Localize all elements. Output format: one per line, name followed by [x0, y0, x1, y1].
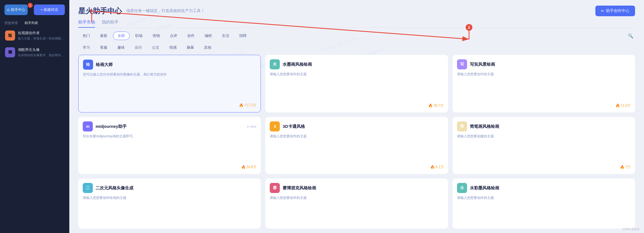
card-top: 简 简笔画风格绘画	[457, 121, 631, 131]
page-subtitle: 场景任务一键搞定，打造高效的生产力工具！	[126, 8, 595, 13]
flame-icon: 🔥	[428, 103, 433, 108]
sidebar-tab-history[interactable]: 历史对话	[4, 21, 18, 25]
creation-center-label: 助手创作中心	[606, 8, 629, 13]
card-sketch-painting[interactable]: 简 简笔画风格绘画 请输入您想要创建的主题 🔥 7万	[453, 117, 635, 174]
card-desc: 请输入您想要创作的主题	[270, 134, 443, 163]
card-avatar: m	[83, 121, 93, 131]
creation-center-button[interactable]: ✏ 助手创作中心	[595, 6, 635, 16]
headset-icon: ⊙	[7, 8, 10, 12]
card-name: 简笔画风格绘画	[470, 124, 631, 129]
card-top: 绘 绘画大师	[83, 60, 256, 70]
search-button[interactable]: 🔍	[626, 31, 635, 40]
cool-boy-avatar: 潮	[5, 47, 15, 57]
filter-coding[interactable]: 编程	[200, 32, 216, 40]
filter-row: 热门 最新 全部 职场 营销 点评 创作 编程 生活 招聘 🔍	[69, 28, 644, 44]
card-desc: 请输入您想要创建的主题	[457, 134, 631, 163]
filter-create[interactable]: 创作	[183, 32, 199, 40]
card-footer: 🔥 717.1万	[83, 103, 256, 108]
card-desc: 请输入您想要创作的主题	[457, 195, 631, 224]
filter-official[interactable]: 公文	[148, 44, 164, 51]
sidebar-section-labels: 历史对话 助手列表	[0, 20, 69, 28]
count-value: 7万	[625, 165, 631, 170]
count-value: 38.7万	[434, 103, 443, 108]
search-button-wrap: 🔍	[626, 31, 635, 40]
card-avatar: 水	[270, 59, 280, 69]
card-count: 🔥 717.1万	[239, 103, 256, 108]
count-value: 10.8万	[247, 165, 256, 170]
page-title: 星火助手中心	[78, 6, 122, 16]
filter-all[interactable]: 全部	[113, 32, 130, 40]
card-desc: 请输入您想要创作的主题	[270, 195, 443, 224]
card-top: 二 二次元风格头像生成	[83, 183, 256, 193]
card-top: 赛 赛博朋克风格绘画	[270, 183, 443, 193]
card-avatar: 绘	[83, 60, 93, 70]
card-count: 🔥 38.7万	[428, 103, 443, 108]
card-ink-painting[interactable]: 水 水墨画风格绘画 请输入您想要创作的主题 🔥 38.7万	[265, 55, 448, 112]
card-name: 水彩墨风格绘画	[470, 185, 631, 191]
filter-life[interactable]: 生活	[217, 32, 234, 40]
count-value: 8.1万	[435, 165, 444, 170]
filter-service[interactable]: 客服	[96, 44, 112, 51]
card-footer: 🔥 11.6万	[457, 103, 631, 108]
new-chat-button[interactable]: + 新建对话	[34, 4, 65, 15]
card-name: 3D卡通风格	[283, 124, 443, 129]
cool-boy-title: 潮酷男生头像	[18, 47, 64, 52]
sidebar-tab-assistants[interactable]: 助手列表	[25, 21, 38, 25]
filter-latest[interactable]: 最新	[96, 32, 112, 40]
card-desc: 请输入您想要创作绘画的主题	[83, 195, 256, 224]
card-footer: 🔥 10.8万	[83, 165, 256, 170]
flame-icon: 🔥	[239, 103, 243, 107]
flame-icon: 🔥	[620, 165, 624, 169]
tabs-row: 助手市场 我的助手	[69, 16, 644, 28]
filter-tags-row1: 热门 最新 全部 职场 营销 点评 创作 编程 生活 招聘	[78, 32, 625, 40]
sidebar-list: 短 短视频创作者 输入主题，快速生成一份短视频脚本 潮 潮酷男生头像 告诉我你的…	[0, 28, 69, 229]
card-name: 水墨画风格绘画	[283, 62, 443, 67]
assistant-center-button[interactable]: ⊙ 助手中心	[4, 4, 28, 15]
count-value: 717.1万	[244, 103, 256, 108]
card-name: 二次元风格头像生成	[96, 185, 256, 191]
main-header: 星火助手中心 场景任务一键搞定，打造高效的生产力工具！ ✏ 助手创作中心	[69, 0, 644, 16]
tab-mine[interactable]: 我的助手	[102, 20, 119, 28]
filter-fun[interactable]: 趣味	[113, 44, 129, 51]
card-count: 🔥 11.6万	[615, 103, 631, 108]
cool-boy-desc: 告诉我你的头像要求，我会帮你画一	[18, 53, 64, 57]
sidebar-top-buttons: ⊙ 助手中心 1 + 新建对话	[0, 4, 69, 20]
filter-tags-row2: 学习 客服 趣味 出行 公文 情感 脑暴 其他	[78, 44, 635, 51]
filter-emotion[interactable]: 情感	[165, 44, 181, 51]
sidebar-item-cool-boy[interactable]: 潮 潮酷男生头像 告诉我你的头像要求，我会帮你画一	[2, 44, 67, 60]
filter-learn[interactable]: 学习	[78, 44, 94, 51]
sidebar-item-short-video[interactable]: 短 短视频创作者 输入主题，快速生成一份短视频脚本	[2, 28, 67, 43]
card-midjourney[interactable]: m midjourney助手 ⊙ zhce 写出你要midjourney画的主题…	[78, 117, 261, 174]
card-avatar: 简	[457, 121, 467, 131]
card-top: 写 写实风景绘画	[457, 59, 631, 69]
card-footer: 🔥 8.1万	[270, 165, 443, 170]
card-avatar: 水	[457, 183, 467, 193]
card-count: 🔥 7万	[620, 165, 631, 170]
tab-market[interactable]: 助手市场	[78, 20, 95, 28]
filter-other[interactable]: 其他	[200, 44, 216, 51]
card-3d-cartoon[interactable]: 3 3D卡通风格 请输入您想要创作的主题 🔥 8.1万	[265, 117, 448, 174]
card-name: 写实风景绘画	[470, 62, 631, 67]
filter-brainstorm[interactable]: 脑暴	[182, 44, 198, 51]
pencil-icon: ✏	[601, 9, 604, 13]
filter-recruit[interactable]: 招聘	[235, 32, 251, 40]
flame-icon: 🔥	[615, 103, 620, 108]
filter-marketing[interactable]: 营销	[148, 32, 164, 40]
card-watercolor-painting[interactable]: 水 水彩墨风格绘画 请输入您想要创作的主题	[453, 178, 635, 229]
filter-travel[interactable]: 出行	[130, 44, 146, 51]
card-top: 3 3D卡通风格	[270, 121, 443, 131]
card-draw-master[interactable]: 绘 绘画大师 您可以输入您任何想要创作图像的主题，我们将为您创作 🔥 717.1…	[78, 55, 261, 112]
filter-row2: 学习 客服 趣味 出行 公文 情感 脑暴 其他	[69, 44, 644, 55]
filter-review[interactable]: 点评	[165, 32, 182, 40]
card-avatar: 写	[457, 59, 467, 69]
card-realism-painting[interactable]: 写 写实风景绘画 请输入您想要创作的主题 🔥 11.6万	[453, 55, 635, 112]
filter-hot[interactable]: 热门	[78, 32, 94, 40]
filter-job[interactable]: 职场	[131, 32, 147, 40]
card-name: 绘画大师	[96, 62, 256, 67]
card-top: 水 水彩墨风格绘画	[457, 183, 631, 193]
flame-icon: 🔥	[241, 165, 246, 169]
card-count: 🔥 8.1万	[430, 165, 444, 170]
card-cyberpunk-painting[interactable]: 赛 赛博朋克风格绘画 请输入您想要创作的主题	[265, 178, 448, 229]
card-name: 赛博朋克风格绘画	[283, 185, 443, 191]
card-anime-avatar[interactable]: 二 二次元风格头像生成 请输入您想要创作绘画的主题	[78, 178, 261, 229]
